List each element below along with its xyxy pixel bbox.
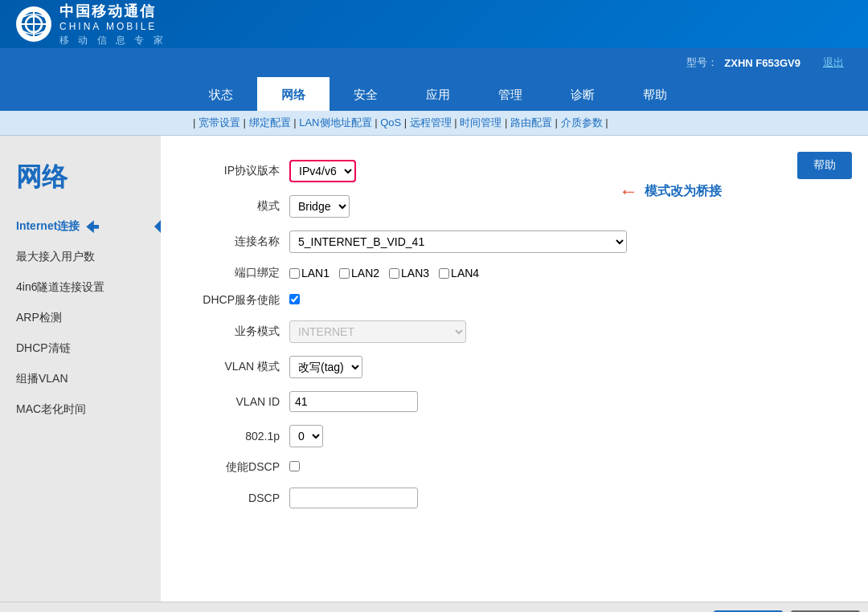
- connection-name-control: 5_INTERNET_B_VID_41: [289, 231, 651, 253]
- sidebar: 网络 Internet连接 最大接入用户数 4in6隧道连接设置 ARP检测 D…: [0, 136, 161, 602]
- vlan-mode-label: VLAN 模式: [185, 360, 289, 374]
- breadcrumb-remote[interactable]: 远程管理: [410, 116, 452, 129]
- breadcrumb-lan[interactable]: LAN侧地址配置: [299, 116, 371, 129]
- breadcrumb: | 宽带设置 | 绑定配置 | LAN侧地址配置 | QoS | 远程管理 | …: [0, 111, 868, 136]
- form: IP协议版本 IPv4/v6 IPv4 IPv6 模式 Bridge Route: [185, 152, 844, 508]
- breadcrumb-qos[interactable]: QoS: [380, 116, 401, 129]
- sidebar-item-vlan[interactable]: 组播VLAN: [0, 364, 161, 394]
- dot1p-label: 802.1p: [185, 430, 289, 443]
- ip-version-row: IP协议版本 IPv4/v6 IPv4 IPv6: [185, 160, 844, 182]
- page-title: 网络: [0, 152, 161, 211]
- vlan-mode-row: VLAN 模式 改写(tag) 透传 不处理: [185, 356, 844, 378]
- dot1p-control: 0 1 2 3 4 5 6 7: [289, 425, 651, 447]
- port-bind-row: 端口绑定 LAN1 LAN2 LAN3 LAN4: [185, 266, 844, 280]
- vlan-mode-control: 改写(tag) 透传 不处理: [289, 356, 651, 378]
- ip-version-select[interactable]: IPv4/v6 IPv4 IPv6: [289, 160, 356, 182]
- nav-item-help[interactable]: 帮助: [619, 77, 691, 111]
- service-mode-control: INTERNET: [289, 320, 651, 343]
- breadcrumb-medium[interactable]: 介质参数: [561, 116, 603, 129]
- port-bind-lan3[interactable]: LAN3: [389, 267, 429, 279]
- dscp-enable-label: 使能DSCP: [185, 460, 289, 475]
- sidebar-item-arp[interactable]: ARP检测: [0, 303, 161, 333]
- connection-name-select[interactable]: 5_INTERNET_B_VID_41: [289, 231, 627, 253]
- dscp-enable-row: 使能DSCP: [185, 460, 844, 475]
- dot1p-row: 802.1p 0 1 2 3 4 5 6 7: [185, 425, 844, 447]
- logo-en: CHINA MOBILE: [59, 21, 166, 32]
- port-bind-lan4[interactable]: LAN4: [439, 267, 479, 279]
- port-bind-control: LAN1 LAN2 LAN3 LAN4: [289, 267, 651, 279]
- lan4-checkbox[interactable]: [439, 268, 449, 279]
- dscp-enable-control: [289, 461, 651, 474]
- nav-item-apps[interactable]: 应用: [402, 77, 474, 111]
- ip-version-label: IP协议版本: [185, 164, 289, 178]
- top-header: 中国移动通信 CHINA MOBILE 移 动 信 息 专 家: [0, 0, 868, 48]
- logo-icon: [16, 6, 51, 42]
- nav-item-diag[interactable]: 诊断: [547, 77, 619, 111]
- main-layout: 网络 Internet连接 最大接入用户数 4in6隧道连接设置 ARP检测 D…: [0, 136, 868, 602]
- nav-item-security[interactable]: 安全: [330, 77, 402, 111]
- model-label: 型号：: [686, 55, 718, 70]
- help-button[interactable]: 帮助: [797, 152, 852, 179]
- dscp-row: DSCP: [185, 488, 844, 508]
- port-bind-checkboxes: LAN1 LAN2 LAN3 LAN4: [289, 267, 651, 279]
- annotation-text: 模式改为桥接: [645, 183, 722, 200]
- breadcrumb-time[interactable]: 时间管理: [460, 116, 502, 129]
- dhcp-checkbox[interactable]: [289, 294, 300, 304]
- logo-cn: 中国移动通信: [59, 2, 166, 21]
- model-info: 型号： ZXHN F653GV9 退出: [686, 55, 844, 70]
- vlan-id-label: VLAN ID: [185, 395, 289, 408]
- service-mode-row: 业务模式 INTERNET: [185, 320, 844, 343]
- dscp-input[interactable]: [289, 488, 418, 508]
- tagline: 移 动 信 息 专 家: [59, 34, 166, 47]
- sidebar-item-maxusers[interactable]: 最大接入用户数: [0, 242, 161, 272]
- mode-row: 模式 Bridge Route: [185, 195, 844, 218]
- sidebar-item-dhcp[interactable]: DHCP清链: [0, 333, 161, 364]
- dscp-control: [289, 488, 651, 508]
- connection-name-row: 连接名称 5_INTERNET_B_VID_41: [185, 231, 844, 253]
- connection-name-label: 连接名称: [185, 235, 289, 249]
- lan1-checkbox[interactable]: [289, 268, 300, 279]
- service-mode-label: 业务模式: [185, 324, 289, 339]
- vlan-id-input[interactable]: [289, 391, 418, 412]
- arrow-icon: [86, 220, 99, 233]
- sidebar-item-mac[interactable]: MAC老化时间: [0, 394, 161, 425]
- nav-item-manage[interactable]: 管理: [474, 77, 547, 111]
- service-mode-select[interactable]: INTERNET: [289, 320, 466, 343]
- vlan-mode-select[interactable]: 改写(tag) 透传 不处理: [289, 356, 362, 378]
- dscp-enable-checkbox[interactable]: [289, 461, 300, 471]
- dhcp-enable-label: DHCP服务使能: [185, 293, 289, 308]
- breadcrumb-bind[interactable]: 绑定配置: [249, 116, 291, 129]
- logout-button[interactable]: 退出: [823, 55, 844, 70]
- nav-item-status[interactable]: 状态: [185, 77, 257, 111]
- vlan-id-control: [289, 391, 651, 412]
- mode-select[interactable]: Bridge Route: [289, 195, 350, 218]
- dhcp-enable-row: DHCP服务使能: [185, 293, 844, 308]
- logo-area: 中国移动通信 CHINA MOBILE 移 动 信 息 专 家: [16, 2, 166, 47]
- ip-version-control: IPv4/v6 IPv4 IPv6: [289, 160, 651, 182]
- mode-label: 模式: [185, 199, 289, 214]
- sidebar-item-4in6[interactable]: 4in6隧道连接设置: [0, 272, 161, 303]
- nav-item-network[interactable]: 网络: [257, 77, 330, 111]
- dot1p-select[interactable]: 0 1 2 3 4 5 6 7: [289, 425, 323, 447]
- content-area: 帮助 ← 模式改为桥接 IP协议版本 IPv4/v6 IPv4 IPv6: [161, 136, 868, 602]
- annotation-arrow-icon: ←: [619, 180, 638, 202]
- annotation: ← 模式改为桥接: [619, 180, 722, 202]
- port-bind-lan1[interactable]: LAN1: [289, 267, 330, 279]
- vlan-id-row: VLAN ID: [185, 391, 844, 412]
- lan2-checkbox[interactable]: [339, 268, 350, 279]
- lan3-checkbox[interactable]: [389, 268, 399, 279]
- bottom-bar: 修改 删除: [0, 602, 868, 612]
- mode-control: Bridge Route: [289, 195, 651, 218]
- breadcrumb-route[interactable]: 路由配置: [510, 116, 552, 129]
- model-value: ZXHN F653GV9: [724, 57, 800, 69]
- logo-text: 中国移动通信 CHINA MOBILE 移 动 信 息 专 家: [59, 2, 166, 47]
- dhcp-enable-control: [289, 294, 651, 307]
- sidebar-item-internet[interactable]: Internet连接: [0, 211, 161, 242]
- port-bind-lan2[interactable]: LAN2: [339, 267, 379, 279]
- nav-bar: 状态 网络 安全 应用 管理 诊断 帮助: [0, 77, 868, 111]
- sub-header: 型号： ZXHN F653GV9 退出: [0, 48, 868, 77]
- breadcrumb-broadband[interactable]: 宽带设置: [199, 116, 240, 129]
- dscp-label: DSCP: [185, 492, 289, 504]
- port-bind-label: 端口绑定: [185, 266, 289, 280]
